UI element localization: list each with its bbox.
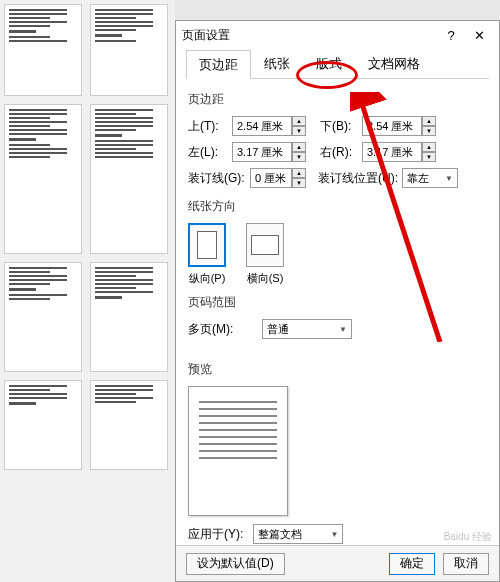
label-gutter: 装订线(G): — [188, 170, 246, 187]
tab-layout[interactable]: 版式 — [303, 49, 355, 78]
spin-down-icon[interactable]: ▼ — [292, 178, 306, 188]
spin-up-icon[interactable]: ▲ — [422, 142, 436, 152]
select-value: 普通 — [267, 322, 289, 337]
portrait-icon — [188, 223, 226, 267]
spin-up-icon[interactable]: ▲ — [292, 116, 306, 126]
page-setup-dialog: 页面设置 ? ✕ 页边距 纸张 版式 文档网格 页边距 上(T): ▲▼ 下(B… — [175, 20, 500, 582]
select-value: 整篇文档 — [258, 527, 302, 542]
section-preview: 预览 — [188, 361, 487, 378]
orientation-landscape[interactable]: 横向(S) — [246, 223, 284, 286]
orientation-label: 横向(S) — [247, 272, 284, 284]
spin-down-icon[interactable]: ▼ — [422, 126, 436, 136]
input-left[interactable] — [232, 142, 292, 162]
label-top: 上(T): — [188, 118, 228, 135]
ok-button[interactable]: 确定 — [389, 553, 435, 575]
input-gutter[interactable] — [250, 168, 292, 188]
tab-grid[interactable]: 文档网格 — [355, 49, 433, 78]
spin-up-icon[interactable]: ▲ — [292, 142, 306, 152]
thumb-page[interactable] — [4, 4, 82, 96]
label-left: 左(L): — [188, 144, 228, 161]
help-button[interactable]: ? — [437, 28, 465, 43]
label-apply-to: 应用于(Y): — [188, 526, 243, 543]
chevron-down-icon: ▼ — [330, 530, 338, 539]
thumb-page[interactable] — [90, 4, 168, 96]
landscape-icon — [246, 223, 284, 267]
label-bottom: 下(B): — [320, 118, 358, 135]
tab-strip: 页边距 纸张 版式 文档网格 — [186, 49, 489, 79]
thumb-page[interactable] — [90, 262, 168, 372]
set-default-button[interactable]: 设为默认值(D) — [186, 553, 285, 575]
select-gutter-pos[interactable]: 靠左▼ — [402, 168, 458, 188]
spin-down-icon[interactable]: ▼ — [292, 126, 306, 136]
input-right[interactable] — [362, 142, 422, 162]
label-right: 右(R): — [320, 144, 358, 161]
dialog-buttons: 设为默认值(D) 确定 取消 — [176, 545, 499, 581]
thumb-page[interactable] — [4, 104, 82, 254]
orientation-portrait[interactable]: 纵向(P) — [188, 223, 226, 286]
label-gutter-pos: 装订线位置(U): — [318, 170, 398, 187]
section-pages: 页码范围 — [188, 294, 487, 311]
panel-margins: 页边距 上(T): ▲▼ 下(B): ▲▼ 左(L): ▲▼ 右(R): — [176, 79, 499, 558]
page-thumbnails — [0, 0, 175, 582]
spin-down-icon[interactable]: ▼ — [292, 152, 306, 162]
section-margins: 页边距 — [188, 91, 487, 108]
thumb-page[interactable] — [90, 380, 168, 470]
tab-margin[interactable]: 页边距 — [186, 50, 251, 79]
spin-up-icon[interactable]: ▲ — [422, 116, 436, 126]
preview-page — [188, 386, 288, 516]
section-orientation: 纸张方向 — [188, 198, 487, 215]
thumb-page[interactable] — [4, 380, 82, 470]
thumb-page[interactable] — [4, 262, 82, 372]
cancel-button[interactable]: 取消 — [443, 553, 489, 575]
input-bottom[interactable] — [362, 116, 422, 136]
orientation-label: 纵向(P) — [189, 272, 226, 284]
dialog-title: 页面设置 — [182, 27, 437, 44]
thumb-page[interactable] — [90, 104, 168, 254]
watermark: Baidu 经验 — [444, 530, 492, 544]
chevron-down-icon: ▼ — [445, 174, 453, 183]
select-value: 靠左 — [407, 171, 429, 186]
select-multipage[interactable]: 普通▼ — [262, 319, 352, 339]
titlebar: 页面设置 ? ✕ — [176, 21, 499, 49]
tab-paper[interactable]: 纸张 — [251, 49, 303, 78]
close-button[interactable]: ✕ — [465, 28, 493, 43]
spin-down-icon[interactable]: ▼ — [422, 152, 436, 162]
select-apply-to[interactable]: 整篇文档▼ — [253, 524, 343, 544]
input-top[interactable] — [232, 116, 292, 136]
spin-up-icon[interactable]: ▲ — [292, 168, 306, 178]
chevron-down-icon: ▼ — [339, 325, 347, 334]
label-multipage: 多页(M): — [188, 321, 238, 338]
